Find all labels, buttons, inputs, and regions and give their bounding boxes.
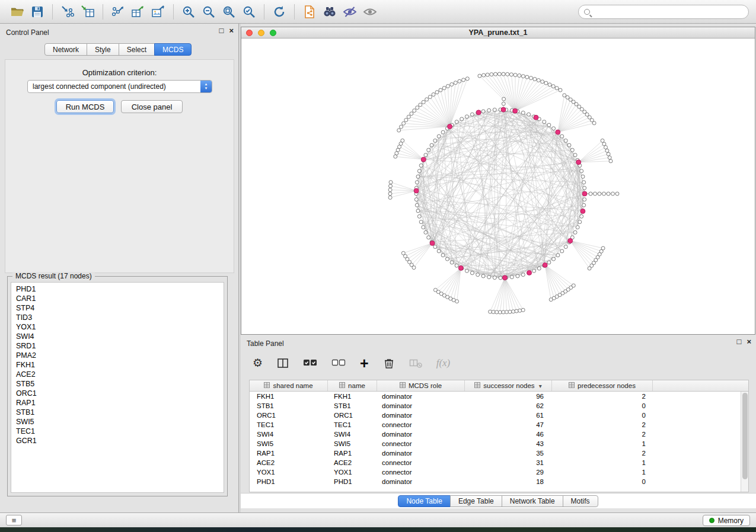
network-node[interactable]	[581, 175, 585, 178]
import-network-icon[interactable]	[58, 3, 78, 21]
satellite-node[interactable]	[489, 310, 492, 313]
satellite-node[interactable]	[502, 72, 505, 76]
satellite-node[interactable]	[521, 308, 525, 312]
satellite-node[interactable]	[388, 196, 392, 200]
satellite-node[interactable]	[410, 112, 413, 116]
gear-icon[interactable]: ⚙	[253, 356, 263, 370]
table-row[interactable]: RAP1RAP1dominator352	[250, 448, 741, 458]
satellite-node[interactable]	[544, 81, 548, 85]
hide-graphics-icon[interactable]	[340, 3, 360, 21]
satellite-node[interactable]	[598, 192, 601, 196]
network-node[interactable]	[481, 274, 485, 278]
dominator-node[interactable]	[502, 275, 507, 280]
satellite-node[interactable]	[537, 79, 540, 82]
satellite-node[interactable]	[608, 156, 611, 159]
satellite-node[interactable]	[513, 73, 517, 77]
network-node[interactable]	[441, 254, 445, 257]
satellite-node[interactable]	[525, 75, 529, 79]
network-node[interactable]	[552, 257, 556, 261]
satellite-node[interactable]	[486, 73, 489, 76]
satellite-node[interactable]	[602, 142, 606, 146]
satellite-node[interactable]	[404, 118, 408, 122]
tab-style[interactable]: Style	[87, 43, 119, 56]
close-panel-button[interactable]: Close panel	[121, 100, 183, 113]
network-node[interactable]	[521, 273, 525, 277]
network-node[interactable]	[582, 203, 586, 207]
satellite-node[interactable]	[395, 152, 398, 155]
search-field[interactable]	[578, 5, 749, 19]
network-node[interactable]	[430, 143, 433, 147]
tab-network-table[interactable]: Network Table	[502, 495, 563, 507]
satellite-node[interactable]	[442, 86, 446, 90]
dominator-node[interactable]	[534, 115, 538, 120]
satellite-node[interactable]	[439, 88, 442, 92]
satellite-node[interactable]	[559, 88, 562, 92]
satellite-node[interactable]	[402, 121, 406, 125]
mcds-result-item[interactable]: CAR1	[11, 294, 224, 303]
tab-node-table[interactable]: Node Table	[398, 495, 451, 507]
satellite-node[interactable]	[454, 81, 457, 85]
satellite-node[interactable]	[435, 91, 439, 94]
dominator-node[interactable]	[414, 188, 419, 193]
network-node[interactable]	[580, 214, 583, 218]
satellite-node[interactable]	[509, 73, 513, 76]
network-node[interactable]	[441, 130, 445, 134]
network-node[interactable]	[570, 148, 574, 152]
network-node[interactable]	[547, 123, 551, 127]
table-row[interactable]: SWI5SWI5connector431	[250, 439, 741, 448]
network-node[interactable]	[532, 269, 536, 273]
optimization-criterion-select[interactable]: largest connected component (undirected)	[27, 80, 212, 93]
columns-icon[interactable]	[277, 356, 289, 370]
satellite-node[interactable]	[465, 77, 469, 81]
network-node[interactable]	[455, 264, 458, 267]
satellite-node[interactable]	[601, 246, 605, 250]
network-node[interactable]	[445, 257, 449, 261]
satellite-node[interactable]	[518, 309, 522, 312]
unselect-all-icon[interactable]	[331, 356, 346, 370]
satellite-node[interactable]	[609, 159, 613, 163]
satellite-node[interactable]	[388, 188, 392, 192]
satellite-node[interactable]	[521, 75, 525, 78]
satellite-node[interactable]	[588, 116, 591, 119]
table-row[interactable]: ORC1ORC1dominator610	[250, 411, 741, 420]
satellite-node[interactable]	[412, 266, 416, 270]
network-node[interactable]	[414, 198, 418, 201]
network-node[interactable]	[424, 153, 428, 157]
mcds-result-item[interactable]: ACE2	[11, 370, 224, 379]
run-mcds-button[interactable]: Run MCDS	[56, 100, 114, 113]
tab-motifs[interactable]: Motifs	[563, 495, 598, 507]
mcds-result-item[interactable]: STB5	[11, 379, 224, 389]
network-node[interactable]	[552, 127, 556, 130]
network-node[interactable]	[470, 271, 474, 275]
network-node[interactable]	[433, 245, 437, 249]
network-node[interactable]	[465, 269, 468, 273]
search-input[interactable]	[594, 8, 743, 16]
dominator-node[interactable]	[448, 124, 452, 129]
table-row[interactable]: STB1STB1dominator620	[250, 401, 741, 411]
satellite-node[interactable]	[566, 95, 569, 99]
satellite-node[interactable]	[396, 148, 400, 152]
network-node[interactable]	[573, 230, 577, 234]
table-row[interactable]: SWI4SWI4dominator462	[250, 430, 741, 439]
mcds-result-item[interactable]: SWI4	[11, 332, 224, 341]
network-node[interactable]	[583, 186, 586, 190]
satellite-node[interactable]	[555, 86, 559, 90]
share-document-icon[interactable]	[299, 3, 320, 21]
dominator-node[interactable]	[458, 265, 463, 270]
network-node[interactable]	[487, 108, 491, 112]
satellite-node[interactable]	[506, 72, 509, 76]
network-titlebar[interactable]: YPA_prune.txt_1	[241, 27, 755, 39]
satellite-node[interactable]	[529, 76, 533, 80]
satellite-node[interactable]	[478, 74, 481, 78]
network-node[interactable]	[578, 220, 582, 224]
satellite-node[interactable]	[548, 83, 551, 86]
mcds-result-item[interactable]: TID3	[11, 313, 224, 322]
network-node[interactable]	[493, 276, 496, 280]
delete-row-icon[interactable]	[383, 356, 395, 370]
satellite-node[interactable]	[455, 300, 459, 303]
network-node[interactable]	[516, 274, 519, 278]
network-node[interactable]	[437, 249, 441, 253]
column-header-name[interactable]: name	[328, 380, 377, 391]
tab-mcds[interactable]: MCDS	[154, 43, 192, 56]
table-row[interactable]: TEC1TEC1connector472	[250, 420, 741, 430]
